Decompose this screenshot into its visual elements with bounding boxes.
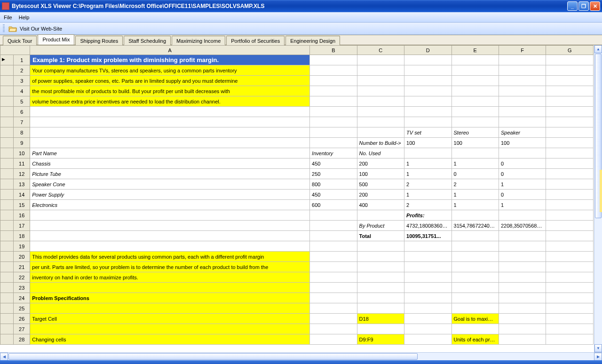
- folder-open-icon[interactable]: [8, 25, 17, 32]
- row-header[interactable]: 14: [14, 190, 30, 200]
- row-header[interactable]: 17: [14, 221, 30, 231]
- cell[interactable]: D18: [357, 314, 404, 324]
- tab-staff-scheduling[interactable]: Staff Scheduling: [124, 36, 171, 45]
- row-26[interactable]: 26Target CellD18Goal is to maximiz...: [0, 314, 594, 324]
- scroll-down-icon[interactable]: ▼: [594, 344, 602, 352]
- cell[interactable]: 100: [499, 138, 546, 148]
- row-21[interactable]: 21per unit. Parts are limited, so your p…: [0, 262, 594, 272]
- cell[interactable]: 1: [404, 169, 452, 179]
- maximize-button[interactable]: ❐: [578, 1, 589, 11]
- row-5[interactable]: 5volume because extra price incentives a…: [0, 96, 594, 107]
- cell[interactable]: Profits:: [404, 210, 452, 221]
- menu-help[interactable]: Help: [19, 15, 30, 20]
- cell[interactable]: 400: [357, 200, 404, 210]
- tab-product-mix[interactable]: Product Mix: [38, 34, 74, 45]
- row-header[interactable]: 3: [14, 76, 30, 86]
- row-header[interactable]: 11: [14, 158, 30, 169]
- row-header[interactable]: 18: [14, 231, 30, 241]
- cell[interactable]: 1: [404, 158, 452, 169]
- cell[interactable]: This model provides data for several pro…: [30, 252, 310, 262]
- col-A[interactable]: A: [30, 46, 310, 55]
- row-8[interactable]: 8TV setStereoSpeaker: [0, 127, 594, 138]
- row-header[interactable]: 22: [14, 272, 30, 283]
- cell[interactable]: 2: [404, 200, 452, 210]
- cell[interactable]: TV set: [404, 127, 452, 138]
- scroll-right-icon[interactable]: ▶: [594, 353, 602, 361]
- hscroll-thumb[interactable]: [8, 353, 418, 360]
- cell[interactable]: 2208,350705680...: [499, 221, 546, 231]
- scroll-up-icon[interactable]: ▲: [594, 45, 602, 53]
- row-header[interactable]: 23: [14, 283, 30, 293]
- cell[interactable]: 800: [310, 179, 357, 190]
- cell[interactable]: per unit. Parts are limited, so your pro…: [30, 262, 310, 272]
- cell[interactable]: 0: [499, 169, 546, 179]
- cell[interactable]: Power Supply: [30, 190, 310, 200]
- row-10[interactable]: 10Part NameInventoryNo. Used: [0, 148, 594, 158]
- cell[interactable]: Units of each pro...: [452, 334, 499, 345]
- row-25[interactable]: 25: [0, 303, 594, 314]
- menu-file[interactable]: File: [4, 15, 12, 20]
- tab-quick-tour[interactable]: Quick Tour: [3, 36, 37, 45]
- row-header[interactable]: 19: [14, 241, 30, 252]
- row-13[interactable]: 13Speaker Cone800500221: [0, 179, 594, 190]
- cell[interactable]: No. Used: [357, 148, 404, 158]
- cell[interactable]: Chassis: [30, 158, 310, 169]
- row-20[interactable]: 20This model provides data for several p…: [0, 252, 594, 262]
- row-header[interactable]: 20: [14, 252, 30, 262]
- row-4[interactable]: 4the most profitable mix of products to …: [0, 86, 594, 96]
- row-header[interactable]: 24: [14, 293, 30, 303]
- cell[interactable]: inventory on hand in order to maximize p…: [30, 272, 310, 283]
- cell[interactable]: 2: [404, 179, 452, 190]
- cell[interactable]: Electronics: [30, 200, 310, 210]
- col-C[interactable]: C: [357, 46, 404, 55]
- row-header[interactable]: 13: [14, 179, 30, 190]
- cell[interactable]: 4732,180083601...: [404, 221, 452, 231]
- cell[interactable]: 450: [310, 190, 357, 200]
- row-6[interactable]: 6: [0, 107, 594, 117]
- row-18[interactable]: 18Total10095,31751...: [0, 231, 594, 241]
- select-all-corner[interactable]: [0, 46, 30, 55]
- cell[interactable]: Part Name: [30, 148, 310, 158]
- row-header[interactable]: 16: [14, 210, 30, 221]
- cell[interactable]: Total: [357, 231, 404, 241]
- row-header[interactable]: 12: [14, 169, 30, 179]
- cell[interactable]: 10095,31751...: [404, 231, 452, 241]
- cell[interactable]: 0: [499, 158, 546, 169]
- cell[interactable]: the most profitable mix of products to b…: [30, 86, 310, 96]
- cell[interactable]: Speaker: [499, 127, 546, 138]
- row-header[interactable]: 25: [14, 303, 30, 314]
- row-header[interactable]: 1: [14, 55, 30, 65]
- close-button[interactable]: ✕: [590, 1, 600, 11]
- cell[interactable]: 450: [310, 158, 357, 169]
- cell[interactable]: 100: [404, 138, 452, 148]
- cell[interactable]: volume because extra price incentives ar…: [30, 96, 310, 107]
- row-header[interactable]: 2: [14, 65, 30, 76]
- row-12[interactable]: 12Picture Tube250100100: [0, 169, 594, 179]
- row-17[interactable]: 17By Product4732,180083601...3154,786722…: [0, 221, 594, 231]
- row-27[interactable]: 27: [0, 324, 594, 334]
- row-22[interactable]: 22inventory on hand in order to maximize…: [0, 272, 594, 283]
- row-14[interactable]: 14Power Supply450200110: [0, 190, 594, 200]
- row-header[interactable]: 7: [14, 117, 30, 127]
- cell[interactable]: Number to Build->: [357, 138, 404, 148]
- cell[interactable]: Picture Tube: [30, 169, 310, 179]
- row-2[interactable]: 2Your company manufactures TVs, stereos …: [0, 65, 594, 76]
- cell[interactable]: Your company manufactures TVs, stereos a…: [30, 65, 310, 76]
- row-header[interactable]: 27: [14, 324, 30, 334]
- cell[interactable]: 1: [452, 200, 499, 210]
- col-G[interactable]: G: [546, 46, 594, 55]
- tab-shipping-routes[interactable]: Shipping Routes: [75, 36, 123, 45]
- column-headers[interactable]: A B C D E F G: [0, 46, 594, 55]
- row-header[interactable]: 8: [14, 127, 30, 138]
- row-header[interactable]: 6: [14, 107, 30, 117]
- cell[interactable]: Stereo: [452, 127, 499, 138]
- cell[interactable]: 500: [357, 179, 404, 190]
- row-24[interactable]: 24Problem Specifications: [0, 293, 594, 303]
- cell[interactable]: 2: [452, 179, 499, 190]
- cell[interactable]: Speaker Cone: [30, 179, 310, 190]
- tab-portfolio-of-securities[interactable]: Portfolio of Securities: [226, 36, 285, 45]
- cell[interactable]: Changing cells: [30, 334, 310, 345]
- row-7[interactable]: 7: [0, 117, 594, 127]
- row-1[interactable]: 1Example 1: Product mix problem with dim…: [0, 55, 594, 65]
- row-15[interactable]: 15Electronics600400211: [0, 200, 594, 210]
